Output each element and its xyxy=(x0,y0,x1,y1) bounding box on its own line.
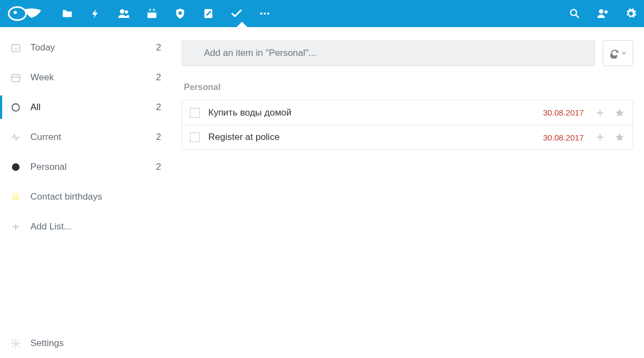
svg-text:23: 23 xyxy=(14,47,18,51)
task-checkbox[interactable] xyxy=(190,108,200,118)
topbar-left xyxy=(7,4,271,23)
check-icon[interactable] xyxy=(230,7,243,20)
app-logo[interactable] xyxy=(7,4,46,23)
svg-rect-7 xyxy=(154,9,155,11)
svg-point-0 xyxy=(9,7,26,20)
svg-rect-18 xyxy=(12,74,20,81)
task-list: Купить воды домой 30.08.2017 Register at… xyxy=(182,100,633,150)
sidebar-item-personal[interactable]: Personal 2 xyxy=(0,152,171,182)
active-tab-pointer xyxy=(237,22,247,27)
group-icon[interactable] xyxy=(117,7,130,20)
sidebar-item-label: Current xyxy=(30,132,156,143)
layout: 23 Today 2 Week 2 All 2 Current 2 xyxy=(0,27,644,358)
sidebar: 23 Today 2 Week 2 All 2 Current 2 xyxy=(0,27,171,358)
folder-icon[interactable] xyxy=(61,7,74,20)
calendar-icon[interactable] xyxy=(145,7,158,20)
svg-rect-6 xyxy=(149,9,150,11)
task-checkbox[interactable] xyxy=(190,132,200,142)
circle-open-icon xyxy=(10,101,22,113)
sidebar-item-count: 2 xyxy=(156,162,161,172)
sidebar-item-count: 2 xyxy=(156,102,161,113)
sidebar-item-today[interactable]: 23 Today 2 xyxy=(0,33,171,62)
add-subtask-icon[interactable] xyxy=(595,107,605,118)
sidebar-item-settings[interactable]: Settings xyxy=(0,328,171,358)
task-due-date: 30.08.2017 xyxy=(543,108,584,117)
svg-point-1 xyxy=(14,11,17,14)
sidebar-item-contact-birthdays[interactable]: Contact birthdays xyxy=(0,182,171,212)
svg-point-20 xyxy=(12,104,19,111)
svg-point-12 xyxy=(267,12,269,15)
section-title: Personal xyxy=(184,82,633,92)
sidebar-item-count: 2 xyxy=(156,42,161,53)
sidebar-item-label: Contact birthdays xyxy=(30,191,161,202)
note-edit-icon[interactable] xyxy=(202,7,215,20)
task-row[interactable]: Register at police 30.08.2017 xyxy=(182,125,633,149)
svg-point-15 xyxy=(604,10,608,14)
svg-rect-5 xyxy=(148,10,157,13)
refresh-icon xyxy=(609,48,620,59)
sidebar-spacer xyxy=(0,241,171,328)
task-due-date: 30.08.2017 xyxy=(543,133,584,142)
star-icon[interactable] xyxy=(614,107,625,118)
add-subtask-icon[interactable] xyxy=(595,132,605,143)
sidebar-item-label: All xyxy=(30,102,156,113)
list-color-dot xyxy=(10,161,22,173)
chevron-down-icon xyxy=(621,50,627,56)
sidebar-item-add-list[interactable]: Add List... xyxy=(0,212,171,241)
pulse-icon xyxy=(10,131,22,143)
shield-puzzle-icon[interactable] xyxy=(174,7,187,20)
sidebar-item-all[interactable]: All 2 xyxy=(0,92,171,122)
calendar-day-icon: 23 xyxy=(10,42,22,54)
list-color-dot xyxy=(12,193,20,201)
svg-point-14 xyxy=(599,9,603,14)
svg-point-3 xyxy=(125,10,128,14)
task-title: Register at police xyxy=(208,132,534,143)
svg-point-21 xyxy=(15,342,17,344)
sidebar-item-label: Week xyxy=(30,72,156,83)
sidebar-item-count: 2 xyxy=(156,72,161,83)
sidebar-item-count: 2 xyxy=(156,132,161,143)
users-icon[interactable] xyxy=(596,7,609,20)
topbar-right xyxy=(568,7,637,20)
topbar xyxy=(0,0,644,27)
sidebar-item-label: Settings xyxy=(30,338,161,349)
more-icon[interactable] xyxy=(258,7,271,20)
sidebar-item-label: Add List... xyxy=(30,221,161,232)
sidebar-item-label: Today xyxy=(30,42,156,53)
main-panel: Personal Купить воды домой 30.08.2017 Re… xyxy=(171,27,644,358)
gear-icon[interactable] xyxy=(624,7,637,20)
task-row[interactable]: Купить воды домой 30.08.2017 xyxy=(182,100,633,125)
calendar-week-icon xyxy=(10,72,22,84)
plus-icon xyxy=(10,221,22,233)
sidebar-item-week[interactable]: Week 2 xyxy=(0,62,171,92)
sidebar-item-label: Personal xyxy=(30,162,156,172)
svg-point-2 xyxy=(120,9,124,14)
gear-icon xyxy=(10,337,22,349)
svg-rect-8 xyxy=(178,11,182,14)
sidebar-item-current[interactable]: Current 2 xyxy=(0,122,171,152)
task-title: Купить воды домой xyxy=(208,107,534,118)
refresh-button[interactable] xyxy=(603,40,633,66)
search-icon[interactable] xyxy=(568,7,581,20)
add-item-input[interactable] xyxy=(182,40,595,66)
svg-point-10 xyxy=(260,12,263,15)
add-row xyxy=(182,40,633,66)
svg-point-11 xyxy=(264,12,266,15)
bolt-icon[interactable] xyxy=(89,7,102,20)
star-icon[interactable] xyxy=(614,132,625,143)
